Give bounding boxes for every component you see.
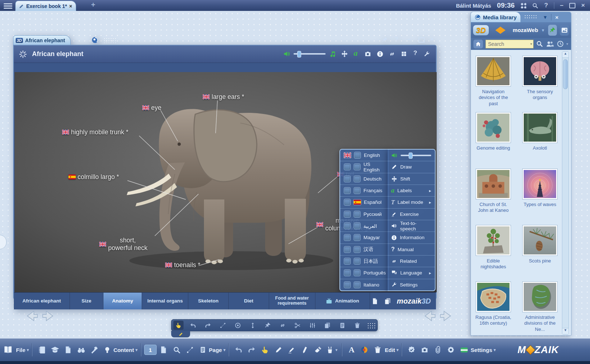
checkbox[interactable]	[354, 152, 361, 159]
eraser-icon[interactable]	[314, 346, 322, 354]
pin-tool-icon[interactable]	[264, 322, 271, 329]
window-maximize-icon[interactable]	[418, 37, 425, 43]
label-tusk-es[interactable]: colmillo largo *	[68, 173, 119, 181]
language-option-espanol[interactable]: Español	[340, 196, 388, 208]
history-icon[interactable]	[557, 40, 564, 47]
3d-filter-button[interactable]: 3D	[473, 25, 489, 35]
lightbulb-icon[interactable]	[103, 346, 111, 354]
scroll-up-button[interactable]: ▲	[562, 52, 569, 58]
context-volume-row[interactable]	[388, 150, 435, 161]
pen-cup-icon[interactable]	[326, 346, 334, 354]
pin-icon[interactable]	[382, 37, 388, 43]
tab-diet[interactable]: Diet	[229, 293, 269, 309]
menu-item-shift[interactable]: Shift	[388, 173, 435, 185]
language-option-arabic[interactable]: العربية	[340, 220, 388, 232]
volume-slider-thumb[interactable]	[297, 51, 301, 58]
highlighter-icon[interactable]	[288, 346, 296, 354]
label-trunk[interactable]: highly mobile trunk *	[62, 128, 129, 136]
window-help-icon[interactable]: ?	[395, 36, 398, 43]
collapse-panel-icon[interactable]: ▼	[543, 15, 548, 20]
pen-cup-dropdown-icon[interactable]: ▾	[335, 348, 338, 352]
player-tab[interactable]: 3D African elephant	[13, 35, 71, 45]
gear-icon[interactable]	[447, 346, 455, 354]
wallet-icon[interactable]	[460, 346, 468, 354]
copy-to-book-icon[interactable]	[384, 298, 391, 305]
file-menu-button[interactable]: File▾	[16, 347, 29, 353]
tab-food-water[interactable]: Food and water requirements	[269, 293, 315, 309]
link-icon[interactable]	[389, 51, 396, 58]
undo-icon[interactable]	[190, 322, 196, 329]
bookshelf-icon[interactable]	[38, 346, 46, 354]
scene-viewport[interactable]: large ears * eye highly mobile trunk * c…	[15, 72, 437, 292]
menu-item-label-mode[interactable]: TLabel mode▸	[388, 196, 435, 208]
info-icon[interactable]	[377, 51, 384, 58]
camera-icon[interactable]	[364, 50, 371, 58]
player-help-icon[interactable]: ?	[413, 50, 417, 57]
adjust-tool-icon[interactable]	[309, 322, 316, 329]
close-tab-icon[interactable]: ×	[69, 3, 72, 9]
music-icon[interactable]	[329, 51, 336, 58]
menu-item-related[interactable]: Related	[388, 255, 435, 267]
tab-skeleton[interactable]: Skeleton	[188, 293, 228, 309]
drag-dots-icon[interactable]	[103, 37, 116, 43]
menu-item-language[interactable]: Language▸	[388, 267, 435, 278]
settings-wrench-icon[interactable]	[423, 51, 430, 58]
pin-panel-button[interactable]	[548, 25, 557, 36]
prev-next-source-icon[interactable]	[492, 27, 509, 34]
page-number-box[interactable]: 1	[144, 345, 157, 355]
media-item[interactable]: Ragusa (Croatia, 16th century)	[475, 281, 512, 327]
image-view-button[interactable]	[560, 25, 569, 36]
restore-icon[interactable]	[569, 3, 575, 8]
media-item[interactable]: Administrative divisions of the Ne...	[522, 281, 558, 332]
copy-page-icon[interactable]	[324, 322, 331, 329]
language-option-chinese[interactable]: 汉语	[340, 244, 388, 255]
search-input[interactable]	[485, 40, 534, 48]
tab-animation[interactable]: Animation	[315, 293, 370, 309]
new-tab-button[interactable]: +	[91, 1, 95, 9]
labels-icon[interactable]: a	[354, 48, 358, 58]
tab-size[interactable]: Size	[70, 293, 103, 309]
zoom-icon[interactable]	[173, 346, 181, 354]
undo-icon[interactable]	[235, 346, 243, 354]
media-item[interactable]: Genome editing	[475, 112, 512, 151]
chevron-down-icon[interactable]: ▼	[541, 28, 545, 32]
prev-page-arrow-icon[interactable]	[25, 310, 39, 322]
check-badge-icon[interactable]	[408, 346, 416, 354]
compass-pen-icon[interactable]	[300, 345, 310, 355]
paste-page-icon[interactable]	[339, 322, 346, 329]
volume-icon[interactable]	[283, 50, 291, 58]
language-option-deutsch[interactable]: Deutsch	[340, 173, 388, 185]
media-library-title-tab[interactable]: Media library	[471, 12, 520, 22]
language-option-us-english[interactable]: US English	[340, 161, 388, 173]
menu-item-exercise[interactable]: Exercise	[388, 208, 435, 220]
settings-menu-button[interactable]: Settings▾	[471, 347, 496, 353]
label-neck[interactable]: short,powerful neck	[99, 237, 148, 252]
hand-tool-icon[interactable]	[261, 346, 269, 354]
content-menu-button[interactable]: Content▾	[113, 347, 137, 353]
link-tool-icon[interactable]	[279, 322, 286, 329]
binoculars-icon[interactable]	[77, 345, 86, 354]
community-icon[interactable]	[546, 40, 554, 48]
media-doc-icon[interactable]	[64, 346, 72, 354]
trash-icon[interactable]	[354, 322, 361, 329]
tools-icon[interactable]	[90, 346, 99, 354]
menu-item-draw[interactable]: Draw	[388, 161, 435, 173]
language-option-italiano[interactable]: Italiano	[340, 279, 388, 290]
close-icon[interactable]: ×	[581, 2, 585, 9]
source-selector[interactable]: mozaWeb	[513, 27, 538, 33]
prev-page-arrow-icon[interactable]	[423, 310, 436, 322]
font-tool-icon[interactable]: A	[345, 345, 358, 355]
context-volume-slider[interactable]	[401, 155, 431, 156]
language-option-francais[interactable]: Français	[340, 185, 388, 196]
media-item[interactable]: Navigation devices of the past	[475, 56, 512, 107]
camera-icon[interactable]	[421, 346, 429, 354]
menu-item-settings[interactable]: Settings	[388, 279, 435, 290]
home-button[interactable]	[473, 40, 483, 48]
notes-icon[interactable]	[371, 298, 378, 305]
search-icon[interactable]	[532, 3, 538, 9]
language-option-japanese[interactable]: 日本語	[340, 255, 388, 267]
apps-grid-icon[interactable]	[520, 3, 526, 8]
language-option-portugues[interactable]: Português	[340, 267, 388, 278]
globe-icon[interactable]	[91, 36, 99, 44]
pen-tray-handle[interactable]	[171, 331, 190, 337]
